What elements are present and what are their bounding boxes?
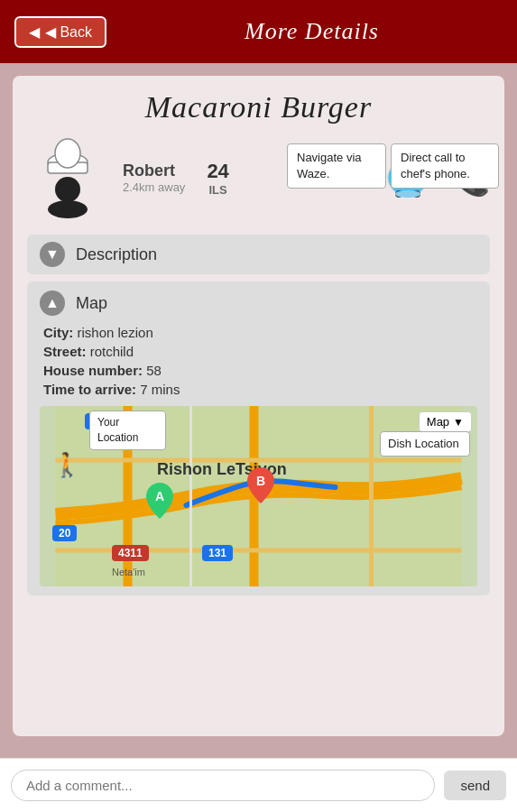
city-label: City: — [43, 325, 73, 340]
map-details: City: rishon lezion Street: rotchild Hou… — [40, 325, 477, 397]
svg-text:B: B — [256, 474, 265, 488]
comment-input[interactable] — [11, 770, 435, 801]
pedestrian-icon: 🚶 — [52, 451, 81, 479]
map-widget[interactable]: 🚶 4 Map ▼ Rishon LeTsiyon A — [40, 406, 477, 586]
marker-b: B — [247, 467, 274, 507]
marker-a: A — [146, 483, 173, 522]
street-line: Street: rotchild — [43, 344, 474, 359]
tooltip-your-location: Your Location — [89, 411, 166, 450]
chef-name: Robert — [123, 161, 185, 180]
time-value: 7 mins — [140, 382, 180, 397]
tooltip-call: Direct call to chef's phone. — [391, 143, 499, 189]
chef-distance: 2.4km away — [123, 180, 185, 194]
street-value: rotchild — [90, 344, 134, 359]
send-button[interactable]: send — [444, 770, 506, 800]
street-label: Street: — [43, 344, 87, 359]
chef-row: Robert 2.4km away 24 ILS — [27, 137, 490, 218]
road-badge-20: 20 — [52, 525, 77, 541]
city-line: City: rishon lezion — [43, 325, 474, 340]
svg-point-3 — [55, 177, 80, 202]
time-line: Time to arrive: 7 mins — [43, 382, 474, 397]
description-label: Description — [76, 245, 157, 264]
price-currency: ILS — [207, 183, 228, 197]
comment-bar: send — [0, 758, 517, 812]
header: ◀ ◀ Back More Details — [0, 0, 517, 63]
svg-point-2 — [55, 139, 80, 168]
house-value: 58 — [146, 363, 162, 378]
chef-info: Robert 2.4km away — [123, 161, 185, 194]
chef-avatar — [27, 137, 108, 218]
road-badge-4311: 4311 — [112, 545, 149, 561]
accordion-down-icon: ▼ — [40, 242, 65, 267]
svg-text:A: A — [155, 489, 164, 503]
map-section: ▲ Map City: rishon lezion Street: rotchi… — [27, 281, 490, 595]
description-accordion[interactable]: ▼ Description — [27, 235, 490, 274]
dish-title: Macaroni Burger — [27, 90, 490, 125]
map-type-selector[interactable]: Map ▼ — [419, 411, 472, 432]
action-icons: 📞 Navigate via Waze. Direct call to chef… — [384, 152, 490, 203]
road-badge-131: 131 — [202, 545, 233, 561]
svg-point-4 — [48, 200, 88, 218]
tooltip-dish-location: Dish Location — [380, 431, 470, 457]
map-accordion[interactable]: ▲ Map — [40, 291, 477, 316]
accordion-up-icon: ▲ — [40, 291, 65, 316]
house-label: House number: — [43, 363, 143, 378]
price-block: 24 ILS — [207, 160, 228, 197]
time-label: Time to arrive: — [43, 382, 136, 397]
tooltip-waze: Navigate via Waze. — [287, 143, 386, 189]
price-value: 24 — [207, 160, 228, 183]
map-dropdown-arrow: ▼ — [453, 416, 464, 429]
map-label: Map — [76, 294, 107, 313]
house-line: House number: 58 — [43, 363, 474, 378]
netaim-label: Neta'im — [112, 567, 145, 577]
back-button[interactable]: ◀ ◀ Back — [14, 16, 106, 48]
map-type-label: Map — [427, 415, 449, 429]
back-arrow-icon: ◀ — [29, 23, 40, 41]
page-title: More Details — [121, 18, 503, 45]
main-content: Macaroni Burger Robert 2.4km away 24 ILS — [13, 76, 504, 736]
back-label: ◀ Back — [45, 23, 92, 41]
svg-point-14 — [395, 190, 420, 198]
city-value: rishon lezion — [78, 325, 153, 340]
